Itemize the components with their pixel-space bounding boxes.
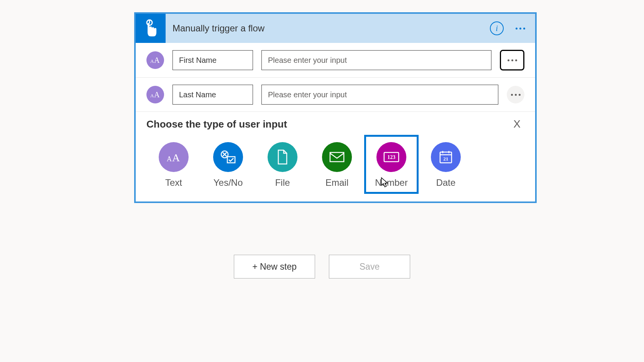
type-label: Date	[436, 177, 456, 188]
svg-text:A: A	[150, 93, 154, 98]
email-icon	[322, 142, 352, 172]
svg-rect-12	[330, 152, 344, 162]
type-option-date[interactable]: 21 Date	[419, 135, 473, 194]
input-label-field[interactable]	[172, 50, 253, 70]
input-type-grid: AA Text Yes/No	[146, 135, 524, 194]
text-type-icon: AA	[146, 86, 164, 103]
svg-text:A: A	[150, 58, 154, 64]
bottom-actions: + New step Save	[0, 255, 644, 278]
file-icon	[268, 142, 297, 172]
type-label: Text	[165, 177, 182, 188]
input-row-last-name: AA	[136, 78, 535, 112]
type-option-yesno[interactable]: Yes/No	[201, 135, 255, 194]
svg-text:A: A	[172, 152, 180, 164]
text-type-icon: AA	[146, 51, 164, 69]
new-step-button[interactable]: + New step	[234, 255, 315, 278]
save-button[interactable]: Save	[329, 255, 410, 278]
choose-input-type-section: Choose the type of user input X AA Text	[136, 112, 535, 201]
svg-text:A: A	[167, 155, 172, 163]
date-icon: 21	[431, 142, 461, 172]
type-label: File	[275, 177, 290, 188]
svg-text:21: 21	[444, 156, 449, 162]
type-option-file[interactable]: File	[255, 135, 310, 194]
input-more-button[interactable]	[507, 86, 524, 103]
yesno-icon	[213, 142, 243, 172]
type-label: Email	[325, 177, 348, 188]
header-more-button[interactable]	[511, 21, 530, 36]
svg-text:A: A	[154, 56, 160, 64]
svg-text:123: 123	[388, 154, 396, 160]
text-icon: AA	[159, 142, 189, 172]
number-icon: 123	[376, 142, 406, 172]
input-label-field[interactable]	[172, 85, 253, 105]
input-value-field[interactable]	[261, 50, 491, 70]
trigger-card: Manually trigger a flow i AA AA Choose t…	[134, 12, 537, 203]
type-option-text[interactable]: AA Text	[146, 135, 201, 194]
input-row-first-name: AA	[136, 43, 535, 78]
type-label: Yes/No	[214, 177, 243, 188]
svg-rect-11	[227, 157, 235, 163]
type-option-email[interactable]: Email	[310, 135, 364, 194]
choose-title: Choose the type of user input	[146, 118, 287, 130]
close-button[interactable]: X	[509, 118, 524, 130]
input-value-field[interactable]	[261, 85, 498, 105]
info-button[interactable]: i	[490, 21, 504, 35]
manual-trigger-icon	[136, 14, 166, 43]
svg-text:A: A	[154, 90, 160, 99]
trigger-title: Manually trigger a flow	[166, 23, 490, 34]
type-label: Number	[375, 177, 407, 188]
input-more-button[interactable]	[500, 50, 524, 70]
card-header: Manually trigger a flow i	[136, 14, 535, 43]
type-option-number[interactable]: 123 Number	[364, 135, 419, 194]
